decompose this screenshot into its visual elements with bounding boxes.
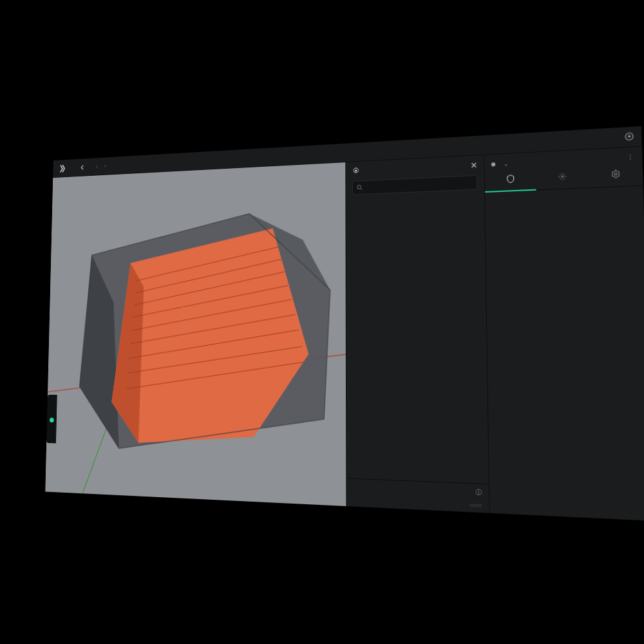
simulation-selector[interactable]: ⌄ bbox=[491, 160, 509, 168]
close-icon[interactable]: ✕ bbox=[471, 160, 478, 170]
materials-list[interactable] bbox=[346, 198, 488, 484]
tab-settings[interactable] bbox=[589, 163, 643, 187]
tab-sources-receivers[interactable] bbox=[536, 166, 589, 189]
kebab-menu-icon[interactable]: ⋮ bbox=[627, 154, 635, 161]
layers-panel: ⌄ ⋮ bbox=[484, 147, 644, 521]
materials-panel: ✕ ⓘ bbox=[346, 155, 489, 513]
chevron-down-icon: ⌄ bbox=[504, 160, 509, 167]
svg-point-16 bbox=[355, 170, 357, 172]
header-material bbox=[544, 191, 601, 194]
tab-materials[interactable] bbox=[485, 168, 536, 193]
gear-icon bbox=[352, 167, 360, 176]
dot-icon bbox=[491, 162, 495, 166]
chevron-right-icon: › bbox=[96, 163, 98, 169]
info-icon[interactable]: ⓘ bbox=[476, 488, 482, 497]
svg-point-19 bbox=[614, 173, 617, 175]
header-layer bbox=[501, 194, 541, 196]
header-scatter bbox=[604, 190, 624, 191]
svg-point-18 bbox=[561, 176, 563, 178]
support-tab[interactable] bbox=[46, 395, 57, 443]
back-button[interactable] bbox=[79, 164, 86, 171]
absorption-block: ⓘ bbox=[346, 478, 489, 513]
breadcrumb: › › bbox=[93, 162, 109, 169]
app-logo-icon[interactable] bbox=[58, 164, 66, 173]
chevron-right-icon: › bbox=[104, 163, 106, 169]
viewport-3d[interactable] bbox=[45, 162, 346, 506]
app-window: › › bbox=[44, 126, 644, 522]
material-category-pill[interactable] bbox=[469, 504, 482, 507]
support-dot-icon bbox=[50, 417, 54, 422]
svg-point-17 bbox=[357, 185, 361, 189]
search-icon bbox=[356, 184, 364, 191]
download-icon[interactable] bbox=[624, 131, 634, 143]
